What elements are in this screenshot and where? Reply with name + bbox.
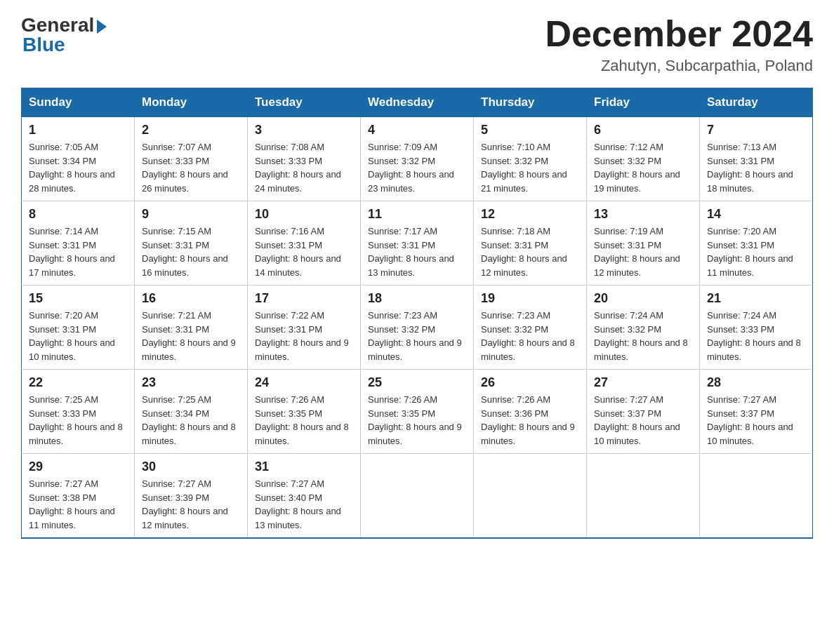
calendar-week-row: 22 Sunrise: 7:25 AMSunset: 3:33 PMDaylig… — [22, 370, 813, 454]
calendar-day-cell: 14 Sunrise: 7:20 AMSunset: 3:31 PMDaylig… — [700, 201, 813, 286]
day-number: 27 — [594, 375, 692, 390]
day-info: Sunrise: 7:27 AMSunset: 3:40 PMDaylight:… — [255, 477, 353, 532]
day-info: Sunrise: 7:05 AMSunset: 3:34 PMDaylight:… — [29, 140, 127, 195]
calendar-day-cell: 26 Sunrise: 7:26 AMSunset: 3:36 PMDaylig… — [474, 370, 587, 454]
day-of-week-header: Friday — [587, 88, 700, 117]
day-number: 16 — [142, 291, 240, 306]
day-info: Sunrise: 7:08 AMSunset: 3:33 PMDaylight:… — [255, 140, 353, 195]
calendar-day-cell — [474, 454, 587, 539]
day-number: 20 — [594, 291, 692, 306]
day-number: 11 — [368, 207, 466, 222]
day-number: 7 — [707, 123, 805, 137]
day-number: 2 — [142, 123, 240, 137]
calendar-day-cell: 22 Sunrise: 7:25 AMSunset: 3:33 PMDaylig… — [22, 370, 135, 454]
calendar-day-cell: 8 Sunrise: 7:14 AMSunset: 3:31 PMDayligh… — [22, 201, 135, 286]
day-info: Sunrise: 7:26 AMSunset: 3:35 PMDaylight:… — [255, 393, 353, 448]
day-info: Sunrise: 7:21 AMSunset: 3:31 PMDaylight:… — [142, 309, 240, 363]
day-number: 13 — [594, 207, 692, 222]
calendar-day-cell: 21 Sunrise: 7:24 AMSunset: 3:33 PMDaylig… — [700, 286, 813, 370]
calendar-day-cell: 18 Sunrise: 7:23 AMSunset: 3:32 PMDaylig… — [361, 286, 474, 370]
calendar-day-cell: 6 Sunrise: 7:12 AMSunset: 3:32 PMDayligh… — [587, 117, 700, 201]
day-number: 18 — [368, 291, 466, 306]
location-subtitle: Zahutyn, Subcarpathia, Poland — [545, 57, 813, 75]
calendar-day-cell: 31 Sunrise: 7:27 AMSunset: 3:40 PMDaylig… — [248, 454, 361, 539]
day-number: 28 — [707, 375, 805, 390]
title-area: December 2024 Zahutyn, Subcarpathia, Pol… — [545, 14, 813, 75]
month-title: December 2024 — [545, 14, 813, 54]
day-info: Sunrise: 7:07 AMSunset: 3:33 PMDaylight:… — [142, 140, 240, 195]
day-number: 3 — [255, 123, 353, 137]
day-info: Sunrise: 7:27 AMSunset: 3:37 PMDaylight:… — [707, 393, 805, 448]
calendar-week-row: 8 Sunrise: 7:14 AMSunset: 3:31 PMDayligh… — [22, 201, 813, 286]
calendar-day-cell: 28 Sunrise: 7:27 AMSunset: 3:37 PMDaylig… — [700, 370, 813, 454]
calendar-day-cell — [700, 454, 813, 539]
calendar-week-row: 15 Sunrise: 7:20 AMSunset: 3:31 PMDaylig… — [22, 286, 813, 370]
calendar-header-row: SundayMondayTuesdayWednesdayThursdayFrid… — [22, 88, 813, 117]
day-number: 9 — [142, 207, 240, 222]
day-info: Sunrise: 7:14 AMSunset: 3:31 PMDaylight:… — [29, 224, 127, 279]
day-info: Sunrise: 7:15 AMSunset: 3:31 PMDaylight:… — [142, 224, 240, 279]
day-info: Sunrise: 7:23 AMSunset: 3:32 PMDaylight:… — [481, 309, 579, 363]
calendar-day-cell: 3 Sunrise: 7:08 AMSunset: 3:33 PMDayligh… — [248, 117, 361, 201]
day-number: 10 — [255, 207, 353, 222]
logo-blue-text: Blue — [22, 34, 65, 56]
day-number: 4 — [368, 123, 466, 137]
day-info: Sunrise: 7:26 AMSunset: 3:36 PMDaylight:… — [481, 393, 579, 448]
calendar-day-cell — [587, 454, 700, 539]
day-of-week-header: Wednesday — [361, 88, 474, 117]
day-of-week-header: Sunday — [22, 88, 135, 117]
calendar-day-cell: 27 Sunrise: 7:27 AMSunset: 3:37 PMDaylig… — [587, 370, 700, 454]
day-number: 29 — [29, 459, 127, 474]
day-info: Sunrise: 7:24 AMSunset: 3:33 PMDaylight:… — [707, 309, 805, 363]
calendar-day-cell: 30 Sunrise: 7:27 AMSunset: 3:39 PMDaylig… — [135, 454, 248, 539]
day-number: 5 — [481, 123, 579, 137]
logo-arrow-icon — [97, 20, 107, 34]
calendar-day-cell: 7 Sunrise: 7:13 AMSunset: 3:31 PMDayligh… — [700, 117, 813, 201]
day-of-week-header: Tuesday — [248, 88, 361, 117]
day-info: Sunrise: 7:16 AMSunset: 3:31 PMDaylight:… — [255, 224, 353, 279]
calendar-day-cell: 12 Sunrise: 7:18 AMSunset: 3:31 PMDaylig… — [474, 201, 587, 286]
page-header: General Blue December 2024 Zahutyn, Subc… — [21, 14, 813, 75]
calendar-day-cell: 29 Sunrise: 7:27 AMSunset: 3:38 PMDaylig… — [22, 454, 135, 539]
day-info: Sunrise: 7:10 AMSunset: 3:32 PMDaylight:… — [481, 140, 579, 195]
calendar-day-cell: 20 Sunrise: 7:24 AMSunset: 3:32 PMDaylig… — [587, 286, 700, 370]
day-of-week-header: Saturday — [700, 88, 813, 117]
calendar-day-cell: 4 Sunrise: 7:09 AMSunset: 3:32 PMDayligh… — [361, 117, 474, 201]
day-number: 23 — [142, 375, 240, 390]
day-of-week-header: Thursday — [474, 88, 587, 117]
day-number: 31 — [255, 459, 353, 474]
day-number: 6 — [594, 123, 692, 137]
day-number: 19 — [481, 291, 579, 306]
day-info: Sunrise: 7:18 AMSunset: 3:31 PMDaylight:… — [481, 224, 579, 279]
day-info: Sunrise: 7:13 AMSunset: 3:31 PMDaylight:… — [707, 140, 805, 195]
day-number: 8 — [29, 207, 127, 222]
calendar-day-cell: 5 Sunrise: 7:10 AMSunset: 3:32 PMDayligh… — [474, 117, 587, 201]
calendar-day-cell: 16 Sunrise: 7:21 AMSunset: 3:31 PMDaylig… — [135, 286, 248, 370]
day-number: 12 — [481, 207, 579, 222]
calendar-week-row: 29 Sunrise: 7:27 AMSunset: 3:38 PMDaylig… — [22, 454, 813, 539]
day-number: 17 — [255, 291, 353, 306]
day-info: Sunrise: 7:19 AMSunset: 3:31 PMDaylight:… — [594, 224, 692, 279]
day-info: Sunrise: 7:24 AMSunset: 3:32 PMDaylight:… — [594, 309, 692, 363]
logo: General Blue — [21, 14, 107, 56]
calendar-table: SundayMondayTuesdayWednesdayThursdayFrid… — [21, 88, 813, 539]
day-info: Sunrise: 7:25 AMSunset: 3:34 PMDaylight:… — [142, 393, 240, 448]
day-number: 21 — [707, 291, 805, 306]
calendar-day-cell: 10 Sunrise: 7:16 AMSunset: 3:31 PMDaylig… — [248, 201, 361, 286]
day-info: Sunrise: 7:27 AMSunset: 3:38 PMDaylight:… — [29, 477, 127, 532]
calendar-day-cell: 13 Sunrise: 7:19 AMSunset: 3:31 PMDaylig… — [587, 201, 700, 286]
day-info: Sunrise: 7:25 AMSunset: 3:33 PMDaylight:… — [29, 393, 127, 448]
day-number: 22 — [29, 375, 127, 390]
day-of-week-header: Monday — [135, 88, 248, 117]
day-info: Sunrise: 7:20 AMSunset: 3:31 PMDaylight:… — [29, 309, 127, 363]
calendar-day-cell — [361, 454, 474, 539]
calendar-day-cell: 1 Sunrise: 7:05 AMSunset: 3:34 PMDayligh… — [22, 117, 135, 201]
calendar-day-cell: 25 Sunrise: 7:26 AMSunset: 3:35 PMDaylig… — [361, 370, 474, 454]
day-number: 15 — [29, 291, 127, 306]
day-info: Sunrise: 7:20 AMSunset: 3:31 PMDaylight:… — [707, 224, 805, 279]
calendar-day-cell: 17 Sunrise: 7:22 AMSunset: 3:31 PMDaylig… — [248, 286, 361, 370]
calendar-day-cell: 24 Sunrise: 7:26 AMSunset: 3:35 PMDaylig… — [248, 370, 361, 454]
day-number: 24 — [255, 375, 353, 390]
calendar-day-cell: 9 Sunrise: 7:15 AMSunset: 3:31 PMDayligh… — [135, 201, 248, 286]
calendar-day-cell: 2 Sunrise: 7:07 AMSunset: 3:33 PMDayligh… — [135, 117, 248, 201]
